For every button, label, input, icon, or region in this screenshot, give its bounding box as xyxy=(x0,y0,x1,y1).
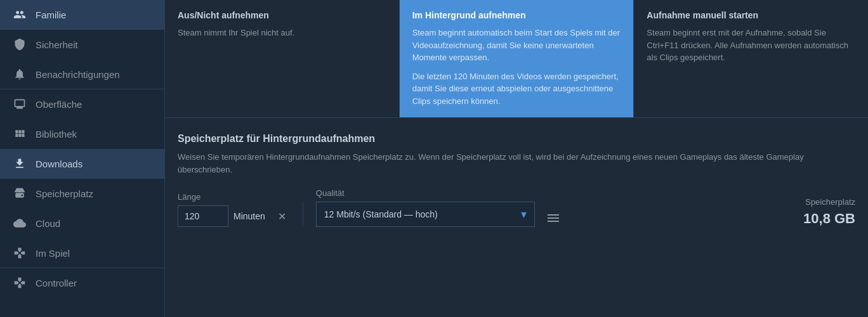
length-input-row: Minuten ✕ xyxy=(178,205,290,227)
quality-select[interactable]: 12 Mbit/s (Standard — hoch) ▾ xyxy=(316,202,535,227)
quality-value: 12 Mbit/s (Standard — hoch) xyxy=(324,209,516,219)
vertical-separator xyxy=(303,202,303,227)
option-card-hintergrund-title: Im Hintergrund aufnehmen xyxy=(412,10,621,20)
download-icon xyxy=(13,157,27,171)
sidebar-item-imspiel[interactable]: Im Spiel xyxy=(0,238,164,268)
chevron-down-icon: ▾ xyxy=(521,207,527,221)
sidebar-label-familie: Familie xyxy=(36,10,66,20)
main-content: Aus/Nicht aufnehmen Steam nimmt Ihr Spie… xyxy=(165,0,868,317)
length-label: Länge xyxy=(178,192,290,202)
sidebar-label-benachrichtigungen: Benachrichtigungen xyxy=(36,69,120,80)
sidebar-item-speicherplatz[interactable]: Speicherplatz xyxy=(0,179,164,209)
option-card-hintergrund-desc1: Steam beginnt automatisch beim Start des… xyxy=(412,27,621,64)
storage-section: Speicherplatz für Hintergrundaufnahmen W… xyxy=(165,118,868,240)
option-card-manuell-desc: Steam beginnt erst mit der Aufnahme, sob… xyxy=(647,27,855,64)
hdd-icon xyxy=(13,186,27,200)
sidebar-label-cloud: Cloud xyxy=(36,218,60,229)
length-group: Länge Minuten ✕ xyxy=(178,192,290,227)
sidebar-item-benachrichtigungen[interactable]: Benachrichtigungen xyxy=(0,60,164,89)
option-card-aus-desc: Steam nimmt Ihr Spiel nicht auf. xyxy=(178,27,386,39)
sidebar: Familie Sicherheit Benachrichtigungen Ob… xyxy=(0,0,165,317)
controls-row: Länge Minuten ✕ Qualität 12 Mbit/s (Stan… xyxy=(178,188,855,227)
sidebar-item-bibliothek[interactable]: Bibliothek xyxy=(0,119,164,149)
sidebar-item-sicherheit[interactable]: Sicherheit xyxy=(0,30,164,60)
sidebar-label-oberflache: Oberfläche xyxy=(36,99,82,110)
gamepad-icon xyxy=(13,246,27,260)
storage-label: Speicherplatz xyxy=(805,197,855,207)
monitor-icon xyxy=(13,97,27,111)
sidebar-item-cloud[interactable]: Cloud xyxy=(0,209,164,238)
option-card-aus-title: Aus/Nicht aufnehmen xyxy=(178,10,386,20)
family-icon xyxy=(13,8,27,22)
storage-title: Speicherplatz für Hintergrundaufnahmen xyxy=(178,133,855,145)
sidebar-label-controller: Controller xyxy=(36,278,77,288)
option-card-hintergrund-desc2: Die letzten 120 Minuten des Videos werde… xyxy=(412,70,621,108)
option-card-manuell-title: Aufnahme manuell starten xyxy=(647,10,855,20)
options-row: Aus/Nicht aufnehmen Steam nimmt Ihr Spie… xyxy=(165,0,868,118)
cloud-icon xyxy=(13,216,27,230)
grid-icon xyxy=(13,127,27,141)
option-card-aus[interactable]: Aus/Nicht aufnehmen Steam nimmt Ihr Spie… xyxy=(165,0,400,117)
quality-label: Qualität xyxy=(316,188,535,198)
storage-value: 10,8 GB xyxy=(803,210,855,227)
sidebar-label-bibliothek: Bibliothek xyxy=(36,129,77,139)
shield-icon xyxy=(13,37,27,51)
bell-icon xyxy=(13,67,27,81)
option-card-manuell[interactable]: Aufnahme manuell starten Steam beginnt e… xyxy=(634,0,868,117)
unit-label: Minuten xyxy=(233,211,265,221)
quality-group: Qualität 12 Mbit/s (Standard — hoch) ▾ xyxy=(316,188,535,227)
sidebar-label-downloads: Downloads xyxy=(36,158,82,169)
option-card-hintergrund[interactable]: Im Hintergrund aufnehmen Steam beginnt a… xyxy=(400,0,635,117)
length-input[interactable] xyxy=(178,205,228,227)
storage-display: Speicherplatz 10,8 GB xyxy=(803,197,855,227)
menu-icon[interactable] xyxy=(545,209,562,227)
sidebar-label-speicherplatz: Speicherplatz xyxy=(36,188,93,199)
sidebar-item-downloads[interactable]: Downloads xyxy=(0,149,164,179)
controller-icon xyxy=(13,276,27,290)
sidebar-item-oberflache[interactable]: Oberfläche xyxy=(0,89,164,119)
storage-desc: Weisen Sie temporären Hintergrundaufnahm… xyxy=(178,151,855,176)
sidebar-item-controller[interactable]: Controller xyxy=(0,268,164,298)
clear-length-button[interactable]: ✕ xyxy=(274,208,290,225)
sidebar-item-familie[interactable]: Familie xyxy=(0,0,164,30)
sidebar-label-sicherheit: Sicherheit xyxy=(36,39,78,50)
sidebar-label-imspiel: Im Spiel xyxy=(36,248,70,259)
